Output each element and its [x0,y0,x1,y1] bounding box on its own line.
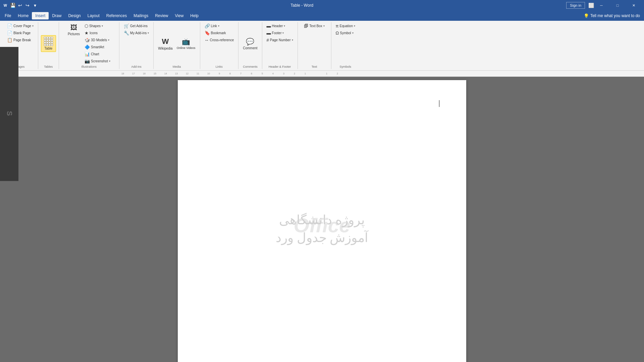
sign-in-button[interactable]: Sign in [566,2,585,9]
blank-page-button[interactable]: 📄 Blank Page [5,30,32,36]
text-group-label: Text [312,64,317,68]
header-icon: ▬ [267,23,271,28]
page-number-icon: # [267,38,269,43]
bookmark-icon: 🔖 [205,31,210,36]
page-break-icon: 📋 [7,38,12,43]
header-label: Header [272,24,283,28]
tables-items: Table [41,23,56,64]
menu-mailings[interactable]: Mailings [130,12,152,19]
shapes-button[interactable]: ⬡ Shapes ▾ [83,23,112,29]
minimize-button[interactable]: ─ [594,0,609,11]
left-strip-label: S [5,111,14,117]
group-symbols: π Equation ▾ Ω Symbol ▾ Symbols [331,22,360,69]
link-icon: 🔗 [205,23,210,28]
blank-page-label: Blank Page [13,31,31,35]
illustrations-items: 🖼 Pictures ⬡ Shapes ▾ ★ Icons 🎲 [66,23,112,64]
get-addins-button[interactable]: 🛒 Get Add-ins [122,23,149,29]
title-text: Table - Word [38,3,566,8]
page-number-button[interactable]: # Page Number ▾ [265,37,295,43]
ruler-9: 9 [214,72,225,75]
ruler-8: 8 [225,72,235,75]
3d-models-icon: 🎲 [85,38,90,43]
menu-design[interactable]: Design [65,12,84,19]
textbox-caret: ▾ [323,24,325,27]
my-addins-button[interactable]: 🔧 My Add-ins ▾ [122,30,151,36]
cover-page-caret: ▾ [32,24,34,27]
cross-reference-button[interactable]: ↔ Cross-reference [203,37,236,43]
wikipedia-button[interactable]: W Wikipedia [156,36,174,51]
table-grid-icon [44,37,53,46]
blank-page-icon: 📄 [7,31,12,36]
smartart-button[interactable]: 🔷 SmartArt [83,44,112,50]
3d-models-button[interactable]: 🎲 3D Models ▾ [83,37,112,43]
ruler-2: 2 [289,72,300,75]
table-button[interactable]: Table [41,35,56,52]
menu-review[interactable]: Review [152,12,171,19]
word-icon: W [3,3,8,8]
footer-button[interactable]: ▬ Footer ▾ [265,30,286,36]
smartart-label: SmartArt [91,45,104,49]
pictures-button[interactable]: 🖼 Pictures [66,23,82,37]
sign-in-label: Sign in [570,3,581,7]
redo-icon[interactable]: ↪ [25,3,30,8]
menu-insert[interactable]: Insert [32,12,49,19]
comments-items: 💬 Comment [241,23,259,64]
menu-home[interactable]: Home [14,12,32,19]
my-addins-label: My Add-ins [130,31,147,35]
shapes-label: Shapes [89,24,101,28]
header-caret: ▾ [284,24,285,27]
title-bar-icons: W 💾 ↩ ↪ ▾ [3,3,38,8]
screenshot-button[interactable]: 📷 Screenshot ▾ [83,58,112,64]
quick-save-icon[interactable]: 💾 [10,3,15,8]
textbox-button[interactable]: 🗐 Text Box ▾ [302,23,326,29]
menu-layout[interactable]: Layout [84,12,103,19]
ruler-1: 1 [300,72,311,75]
comment-button[interactable]: 💬 Comment [241,37,259,51]
svg-text:W: W [4,3,7,7]
footer-icon: ▬ [267,31,271,36]
close-button[interactable]: ✕ [626,0,641,11]
ribbon-display-icon[interactable]: ⬜ [588,3,594,8]
group-illustrations: 🖼 Pictures ⬡ Shapes ▾ ★ Icons 🎲 [59,22,119,69]
chart-icon: 📊 [85,52,90,57]
title-bar: W 💾 ↩ ↪ ▾ Table - Word Sign in ⬜ ─ □ ✕ [0,0,644,11]
menu-draw[interactable]: Draw [49,12,65,19]
page-break-button[interactable]: 📋 Page Break [5,37,33,43]
symbol-button[interactable]: Ω Symbol ▾ [334,30,355,36]
customize-icon[interactable]: ▾ [32,3,38,8]
illus-right-col: ⬡ Shapes ▾ ★ Icons 🎲 3D Models ▾ 🔷 [83,23,112,64]
header-button[interactable]: ▬ Header ▾ [265,23,287,29]
online-videos-button[interactable]: 📺 Online Videos [175,37,197,51]
pictures-icon: 🖼 [70,24,77,32]
tell-me-label: Tell me what you want to do [590,13,640,18]
ruler-13: 13 [171,72,182,75]
footer-label: Footer [272,31,282,35]
document-page[interactable]: Office پروژه دانشگاهی آموزش جدول ورد [178,80,466,362]
headerfooter-group-label: Header & Footer [269,64,291,68]
cover-page-button[interactable]: 📄 Cover Page ▾ [5,23,35,29]
maximize-button[interactable]: □ [610,0,625,11]
menu-references[interactable]: References [103,12,130,19]
pictures-label: Pictures [68,32,80,36]
menu-file[interactable]: File [1,12,14,19]
menu-view[interactable]: View [172,12,187,19]
office-watermark: Office [294,214,351,237]
chart-button[interactable]: 📊 Chart [83,51,112,57]
equation-button[interactable]: π Equation ▾ [334,23,357,29]
chart-label: Chart [91,52,99,56]
undo-icon[interactable]: ↩ [17,3,23,8]
icons-button[interactable]: ★ Icons [83,30,112,36]
shapes-caret: ▾ [102,24,103,27]
group-tables: Table Tables [38,22,59,69]
menu-help[interactable]: Help [187,12,202,19]
symbols-items: π Equation ▾ Ω Symbol ▾ [334,23,357,64]
tell-me-input[interactable]: 💡 Tell me what you want to do [581,12,643,19]
symbol-label: Symbol [340,31,351,35]
link-button[interactable]: 🔗 Link ▾ [203,23,221,29]
comment-icon: 💬 [246,38,254,46]
ruler-17: 17 [128,72,139,75]
screenshot-label: Screenshot [91,59,108,63]
page-number-label: Page Number [270,38,291,42]
bookmark-button[interactable]: 🔖 Bookmark [203,30,228,36]
3d-models-label: 3D Models [91,38,107,42]
